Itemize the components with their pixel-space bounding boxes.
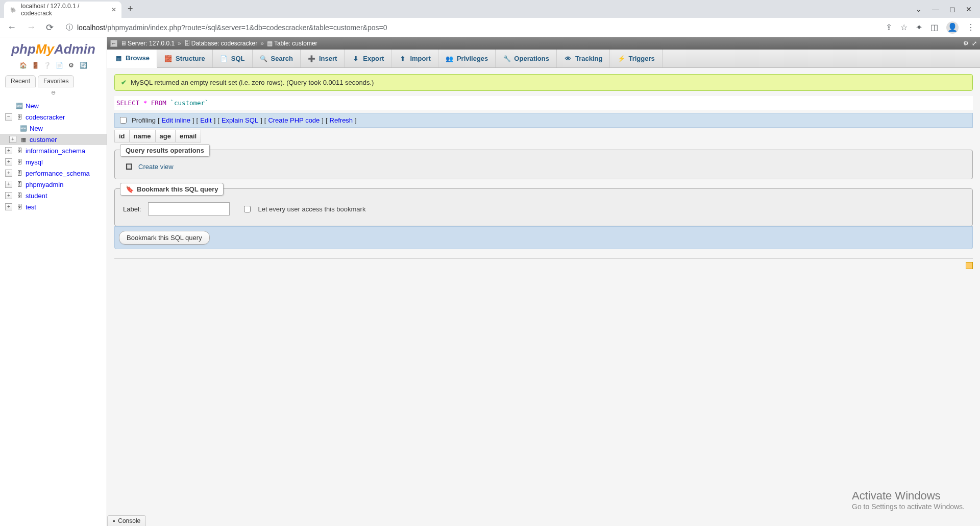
- settings-icon[interactable]: ⚙: [67, 62, 76, 70]
- tab-sql[interactable]: 📄SQL: [213, 50, 253, 67]
- database-icon: 🗄: [15, 169, 23, 177]
- logout-icon[interactable]: 🚪: [31, 62, 39, 70]
- reload-button[interactable]: ⟳: [44, 20, 56, 35]
- tab-privileges[interactable]: 👥Privileges: [438, 50, 496, 67]
- browse-icon: ▦: [114, 54, 122, 62]
- home-icon[interactable]: 🏠: [19, 62, 27, 70]
- explain-sql-link[interactable]: Explain SQL: [222, 116, 258, 124]
- forward-button[interactable]: →: [24, 20, 38, 35]
- refresh-link[interactable]: Refresh: [330, 116, 353, 124]
- check-icon: ✔: [121, 79, 127, 86]
- back-button[interactable]: ←: [5, 20, 18, 35]
- tree-label: New: [30, 125, 43, 132]
- corner-icon[interactable]: [966, 262, 973, 269]
- sidebar-quick-icons: 🏠 🚪 ❔ 📄 ⚙ 🔄: [0, 59, 107, 72]
- tree-new-table[interactable]: 🆕 New: [0, 123, 107, 134]
- page-fullscreen-icon[interactable]: ⤢: [972, 40, 977, 47]
- console-toggle[interactable]: ▪ Console: [107, 515, 146, 526]
- insert-icon: ➕: [308, 55, 316, 63]
- tree-table-customer[interactable]: + ▦ customer: [0, 134, 107, 145]
- collapse-sidebar-button[interactable]: ←: [110, 40, 117, 47]
- url-host: localhost: [77, 23, 105, 32]
- info-icon[interactable]: ⓘ: [66, 23, 73, 32]
- tree-new-db[interactable]: 🆕 New: [0, 100, 107, 111]
- menu-icon[interactable]: ⋮: [967, 22, 975, 32]
- star-icon[interactable]: ☆: [900, 22, 908, 32]
- breadcrumb-server[interactable]: Server: 127.0.0.1: [128, 40, 175, 47]
- browser-tab[interactable]: 🐘 localhost / 127.0.0.1 / codescrack ✕: [4, 2, 121, 18]
- tree-db-codescracker[interactable]: − 🗄 codescracker: [0, 111, 107, 123]
- collapse-icon[interactable]: −: [5, 113, 12, 121]
- breadcrumb-database[interactable]: Database: codescracker: [191, 40, 257, 47]
- browser-toolbar: ← → ⟳ ⓘ localhost/phpmyadmin/index.php?r…: [0, 18, 980, 37]
- link-icon[interactable]: ⊖: [0, 87, 107, 98]
- bookmark-label-input[interactable]: [148, 202, 230, 216]
- phpmyadmin-logo[interactable]: phpMyAdmin: [0, 37, 107, 59]
- reload-tree-icon[interactable]: 🔄: [80, 62, 88, 70]
- tab-import[interactable]: ⬆Import: [391, 50, 438, 67]
- create-view-link[interactable]: Create view: [138, 163, 174, 171]
- sql-icon[interactable]: 📄: [55, 62, 63, 70]
- column-header[interactable]: age: [155, 130, 175, 142]
- table-icon: ▦: [267, 40, 274, 47]
- expand-icon[interactable]: +: [5, 203, 12, 210]
- maximize-icon[interactable]: ◻: [949, 5, 955, 13]
- tab-search[interactable]: 🔍Search: [253, 50, 301, 67]
- column-header[interactable]: email: [175, 130, 201, 142]
- tab-browse[interactable]: ▦Browse: [107, 50, 157, 68]
- close-window-icon[interactable]: ✕: [966, 5, 972, 13]
- tab-title: localhost / 127.0.0.1 / codescrack: [21, 3, 107, 17]
- expand-icon[interactable]: +: [5, 170, 12, 177]
- tab-triggers[interactable]: ⚡Triggers: [610, 50, 662, 67]
- sql-keyword-from: FROM: [151, 99, 166, 107]
- tab-tracking[interactable]: 👁Tracking: [557, 50, 610, 67]
- tree-db-mysql[interactable]: + 🗄 mysql: [0, 156, 107, 168]
- success-text: MySQL returned an empty result set (i.e.…: [131, 79, 374, 86]
- chevron-down-icon[interactable]: ⌄: [916, 5, 922, 13]
- browser-tab-strip: 🐘 localhost / 127.0.0.1 / codescrack ✕ +…: [0, 0, 980, 18]
- extensions-icon[interactable]: ✦: [916, 22, 922, 32]
- database-icon: 🗄: [15, 147, 23, 155]
- query-results-operations: Query results operations 🔲 Create view: [114, 150, 973, 179]
- search-icon: 🔍: [260, 55, 268, 63]
- tree-db-performance-schema[interactable]: + 🗄 performance_schema: [0, 168, 107, 179]
- expand-icon[interactable]: +: [5, 158, 12, 165]
- tree-label: performance_schema: [26, 170, 90, 177]
- tab-structure[interactable]: 🧱Structure: [157, 50, 213, 67]
- tab-operations[interactable]: 🔧Operations: [496, 50, 557, 67]
- breadcrumb-table[interactable]: Table: customer: [274, 40, 317, 47]
- minimize-icon[interactable]: —: [932, 5, 939, 13]
- sidebar: phpMyAdmin 🏠 🚪 ❔ 📄 ⚙ 🔄 Recent Favorites …: [0, 37, 107, 526]
- recent-tab[interactable]: Recent: [5, 75, 36, 87]
- tree-db-test[interactable]: + 🗄 test: [0, 201, 107, 212]
- tree-db-phpmyadmin[interactable]: + 🗄 phpmyadmin: [0, 179, 107, 190]
- edit-link[interactable]: Edit: [200, 116, 211, 124]
- column-header[interactable]: id: [114, 130, 129, 142]
- tab-insert[interactable]: ➕Insert: [301, 50, 345, 67]
- side-panel-icon[interactable]: ◫: [930, 22, 938, 32]
- column-header[interactable]: name: [129, 130, 155, 142]
- url-path: /phpmyadmin/index.php?route=/sql&server=…: [105, 23, 387, 32]
- new-tab-button[interactable]: +: [128, 4, 133, 14]
- share-icon[interactable]: ⇪: [886, 22, 892, 32]
- breadcrumb-sep: »: [260, 40, 264, 47]
- edit-inline-link[interactable]: Edit inline: [162, 116, 190, 124]
- tree-db-student[interactable]: + 🗄 student: [0, 190, 107, 201]
- tree-db-information-schema[interactable]: + 🗄 information_schema: [0, 145, 107, 156]
- url-bar[interactable]: ⓘ localhost/phpmyadmin/index.php?route=/…: [62, 23, 879, 32]
- page-settings-icon[interactable]: ⚙: [963, 40, 969, 47]
- favorites-tab[interactable]: Favorites: [38, 75, 74, 87]
- create-php-link[interactable]: Create PHP code: [268, 116, 320, 124]
- tab-close-icon[interactable]: ✕: [111, 6, 116, 13]
- expand-icon[interactable]: +: [5, 147, 12, 154]
- profiling-checkbox[interactable]: [120, 117, 127, 124]
- profile-avatar[interactable]: 👤: [946, 21, 959, 34]
- docs-icon[interactable]: ❔: [43, 62, 52, 70]
- tab-export[interactable]: ⬇Export: [345, 50, 391, 67]
- expand-icon[interactable]: +: [5, 181, 12, 188]
- tree-label: customer: [30, 136, 57, 144]
- expand-icon[interactable]: +: [9, 136, 16, 143]
- bookmark-submit-button[interactable]: Bookmark this SQL query: [119, 231, 210, 245]
- bookmark-public-checkbox[interactable]: [244, 206, 251, 212]
- expand-icon[interactable]: +: [5, 192, 12, 199]
